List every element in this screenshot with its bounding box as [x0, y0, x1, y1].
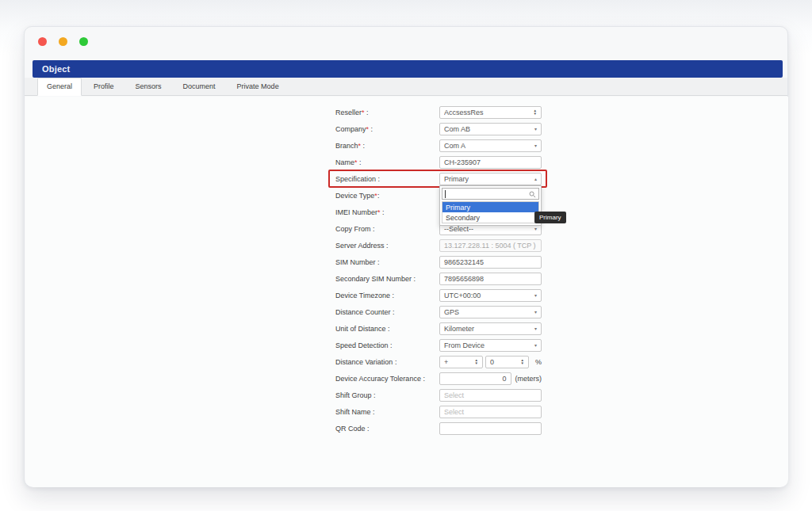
- field-label-secondary-sim-number: Secondary SIM Number :: [335, 275, 439, 283]
- speed-detection-select[interactable]: From Device▾: [439, 339, 542, 352]
- company-select[interactable]: Com AB▾: [439, 123, 542, 135]
- sim-number-input[interactable]: 9865232145: [439, 256, 542, 269]
- form-row-device-timezone: Device Timezone :UTC+00:00▾: [335, 287, 542, 303]
- form-row-secondary-sim-number: Secondary SIM Number :7895656898: [335, 270, 542, 287]
- device-accuracy-tolerance-value: 0: [444, 375, 507, 383]
- required-asterisk: *: [354, 158, 358, 166]
- form-row-distance-variation: Distance Variation :+▲▼0▲▼%: [335, 353, 542, 370]
- specification-select[interactable]: Primary▴: [439, 173, 542, 185]
- branch-value: Com A: [444, 142, 532, 150]
- object-window: Object GeneralProfileSensorsDocumentPriv…: [24, 26, 788, 487]
- required-asterisk: *: [374, 192, 377, 200]
- stepper-icon: ▲▼: [534, 109, 537, 116]
- window-controls: [38, 37, 88, 46]
- shift-name-input[interactable]: Select: [439, 406, 542, 418]
- dropdown-search-input[interactable]: [442, 189, 538, 199]
- object-form: Reseller* :AccsessRes▲▼Company* :Com AB▾…: [335, 104, 542, 437]
- zoom-button[interactable]: [79, 37, 88, 46]
- dropdown-option-list: PrimarySecondary: [442, 201, 539, 223]
- distance-counter-select[interactable]: GPS▾: [439, 306, 542, 318]
- tab-document[interactable]: Document: [174, 78, 225, 96]
- name-value: CH-235907: [444, 158, 537, 166]
- field-label-distance-variation: Distance Variation :: [335, 358, 439, 366]
- minimize-button[interactable]: [59, 37, 67, 46]
- field-control-device-timezone: UTC+00:00▾: [439, 289, 542, 302]
- required-asterisk: *: [366, 125, 370, 133]
- form-row-unit-of-distance: Unit of Distance :Kilometer▾: [335, 320, 542, 337]
- required-asterisk: *: [358, 142, 362, 150]
- field-label-device-type: Device Type*:: [335, 192, 439, 200]
- field-control-server-address: 13.127.228.11 : 5004 ( TCP ): [439, 239, 542, 252]
- shift-group-value: Select: [444, 391, 537, 399]
- field-label-name: Name* :: [335, 158, 439, 166]
- secondary-sim-number-value: 7895656898: [444, 275, 537, 283]
- form-row-branch: Branch* :Com A▾: [335, 137, 542, 154]
- field-label-qr-code: QR Code :: [335, 425, 439, 433]
- unit-of-distance-value: Kilometer: [444, 325, 532, 333]
- branch-select[interactable]: Com A▾: [439, 139, 542, 152]
- tab-profile[interactable]: Profile: [84, 78, 124, 96]
- window-header: Object: [33, 60, 783, 78]
- device-timezone-value: UTC+00:00: [444, 292, 532, 299]
- stepper-icon: ▲▼: [521, 359, 524, 365]
- specification-dropdown: PrimarySecondary: [439, 185, 542, 226]
- distance-counter-value: GPS: [444, 308, 532, 316]
- server-address-value: 13.127.228.11 : 5004 ( TCP ): [444, 242, 537, 250]
- field-control-distance-counter: GPS▾: [439, 306, 542, 318]
- chevron-up-icon: ▴: [534, 177, 537, 181]
- tab-general[interactable]: General: [37, 78, 82, 96]
- secondary-sim-number-input[interactable]: 7895656898: [439, 273, 542, 285]
- device-accuracy-tolerance-suffix: (meters): [515, 375, 542, 383]
- field-label-branch: Branch* :: [335, 142, 439, 150]
- field-control-qr-code: [439, 422, 542, 435]
- form-row-sim-number: SIM Number :9865232145: [335, 254, 542, 270]
- field-label-shift-group: Shift Group :: [335, 391, 439, 399]
- tab-sensors[interactable]: Sensors: [126, 78, 171, 96]
- field-label-server-address: Server Address :: [335, 242, 439, 250]
- device-timezone-select[interactable]: UTC+00:00▾: [439, 289, 542, 302]
- field-control-unit-of-distance: Kilometer▾: [439, 322, 542, 335]
- stepper-icon: ▲▼: [475, 359, 478, 365]
- form-row-name: Name* :CH-235907: [335, 154, 542, 170]
- copy-from-value: --Select--: [444, 225, 532, 233]
- field-control-speed-detection: From Device▾: [439, 339, 542, 352]
- form-row-server-address: Server Address :13.127.228.11 : 5004 ( T…: [335, 237, 542, 254]
- option-primary[interactable]: Primary: [442, 202, 538, 212]
- form-row-shift-group: Shift Group :Select: [335, 387, 542, 403]
- form-row-reseller: Reseller* :AccsessRes▲▼: [335, 104, 542, 120]
- shift-group-input[interactable]: Select: [439, 389, 542, 402]
- dropdown-search[interactable]: [442, 188, 539, 200]
- close-button[interactable]: [38, 37, 47, 46]
- distance-variation-stepper-1[interactable]: 0▲▼: [485, 356, 529, 368]
- page-title: Object: [42, 64, 70, 74]
- field-control-company: Com AB▾: [439, 123, 542, 135]
- field-label-company: Company* :: [335, 125, 439, 133]
- chevron-down-icon: ▾: [534, 143, 537, 148]
- reseller-select[interactable]: AccsessRes▲▼: [439, 106, 542, 119]
- option-secondary[interactable]: Secondary: [442, 212, 538, 223]
- shift-name-value: Select: [444, 408, 537, 416]
- field-label-device-accuracy-tolerance: Device Accuracy Tolerance :: [335, 375, 439, 383]
- field-label-sim-number: SIM Number :: [335, 258, 439, 266]
- chevron-down-icon: ▾: [534, 227, 537, 231]
- distance-variation-suffix: %: [535, 358, 542, 366]
- tab-private-mode[interactable]: Private Mode: [228, 78, 289, 96]
- form-row-qr-code: QR Code :: [335, 420, 542, 437]
- field-label-reseller: Reseller* :: [335, 109, 439, 116]
- field-control-distance-variation: +▲▼0▲▼%: [439, 356, 542, 368]
- field-control-reseller: AccsessRes▲▼: [439, 106, 542, 119]
- distance-variation-stepper-0[interactable]: +▲▼: [439, 356, 483, 368]
- form-row-company: Company* :Com AB▾: [335, 120, 542, 137]
- chevron-down-icon: ▾: [534, 326, 537, 331]
- unit-of-distance-select[interactable]: Kilometer▾: [439, 322, 542, 335]
- name-input[interactable]: CH-235907: [439, 156, 542, 169]
- qr-code-input[interactable]: [439, 422, 542, 435]
- field-control-device-accuracy-tolerance: 0(meters): [439, 372, 542, 385]
- field-label-imei-number: IMEI Number* :: [335, 208, 439, 216]
- device-accuracy-tolerance-input[interactable]: 0: [439, 372, 511, 385]
- field-control-secondary-sim-number: 7895656898: [439, 273, 542, 285]
- distance-variation-value-0: +: [444, 358, 473, 366]
- field-label-device-timezone: Device Timezone :: [335, 292, 439, 299]
- primary-tooltip: Primary: [534, 212, 566, 223]
- distance-variation-value-1: 0: [490, 358, 519, 366]
